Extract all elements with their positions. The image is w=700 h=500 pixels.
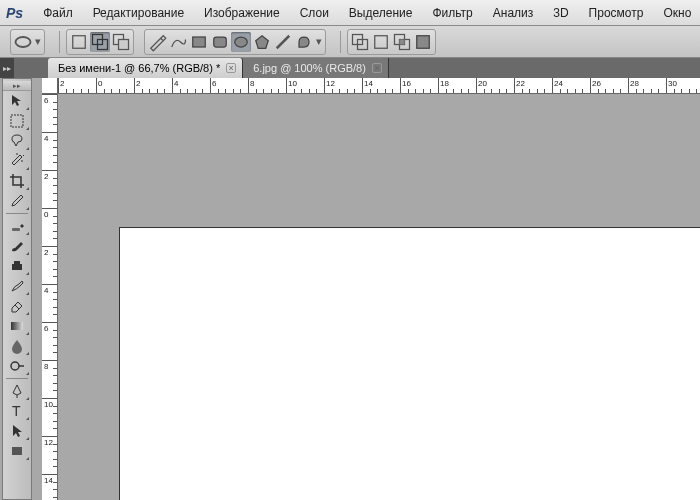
svg-rect-17 <box>417 35 430 48</box>
ruler-vertical[interactable]: 6420246810121416 <box>42 94 58 500</box>
ruler-horizontal[interactable]: 2024681012141618202224262830 <box>42 78 700 94</box>
brush-tool[interactable] <box>4 236 30 256</box>
custom-shape-icon[interactable] <box>294 32 314 52</box>
menu-edit[interactable]: Редактирование <box>83 0 194 25</box>
svg-rect-7 <box>214 37 227 47</box>
marquee-mode-group <box>66 29 134 55</box>
eraser-tool[interactable] <box>4 296 30 316</box>
line-icon[interactable] <box>273 32 293 52</box>
subtract-path-icon[interactable] <box>371 32 391 52</box>
history-brush-tool[interactable] <box>4 276 30 296</box>
freeform-pen-icon[interactable] <box>168 32 188 52</box>
svg-rect-1 <box>73 35 86 48</box>
svg-point-0 <box>16 37 31 47</box>
menu-layers[interactable]: Слои <box>290 0 339 25</box>
tab-label: 6.jpg @ 100% (RGB/8) <box>253 62 366 74</box>
move-tool[interactable] <box>4 91 30 111</box>
tool-preset[interactable]: ▾ <box>10 29 45 55</box>
svg-rect-18 <box>11 115 23 127</box>
workspace: ▸▸ T 2024681012141618202224262830 642024… <box>0 78 700 500</box>
document-canvas[interactable] <box>120 228 700 500</box>
svg-rect-24 <box>12 447 22 455</box>
document-tab[interactable]: 6.jpg @ 100% (RGB/8) × <box>243 58 389 78</box>
chevron-down-icon[interactable]: ▾ <box>315 32 323 52</box>
menu-view[interactable]: Просмотр <box>579 0 654 25</box>
tool-panel: ▸▸ T <box>2 78 32 500</box>
svg-point-21 <box>11 362 19 370</box>
options-bar: ▾ ▾ <box>0 26 700 58</box>
mode-subtract-icon[interactable] <box>111 32 131 52</box>
chevron-down-icon: ▾ <box>34 32 42 52</box>
menu-file[interactable]: Файл <box>33 0 83 25</box>
svg-rect-20 <box>11 322 23 330</box>
exclude-icon[interactable] <box>413 32 433 52</box>
divider <box>6 378 28 379</box>
document-tab-bar: ▸▸ Без имени-1 @ 66,7% (RGB/8) * × 6.jpg… <box>0 58 700 78</box>
healing-brush-tool[interactable] <box>4 216 30 236</box>
document-tab-active[interactable]: Без имени-1 @ 66,7% (RGB/8) * × <box>48 58 243 78</box>
pen-tool[interactable] <box>4 381 30 401</box>
gradient-tool[interactable] <box>4 316 30 336</box>
menu-bar: Ps Файл Редактирование Изображение Слои … <box>0 0 700 26</box>
menu-window[interactable]: Окно <box>653 0 700 25</box>
lasso-tool[interactable] <box>4 131 30 151</box>
menu-filter[interactable]: Фильтр <box>422 0 482 25</box>
svg-line-10 <box>277 35 290 48</box>
eyedropper-tool[interactable] <box>4 191 30 211</box>
separator <box>59 31 60 53</box>
divider <box>6 213 28 214</box>
svg-rect-6 <box>193 37 206 47</box>
ellipse-icon <box>13 32 33 52</box>
app-logo: Ps <box>6 4 23 22</box>
tabbar-handle-icon[interactable]: ▸▸ <box>0 58 14 78</box>
clone-stamp-tool[interactable] <box>4 256 30 276</box>
ruler-origin[interactable] <box>42 78 58 94</box>
svg-rect-5 <box>119 39 129 49</box>
intersect-icon[interactable] <box>392 32 412 52</box>
path-selection-tool[interactable] <box>4 421 30 441</box>
shape-type-group: ▾ <box>144 29 326 55</box>
tab-label: Без имени-1 @ 66,7% (RGB/8) * <box>58 62 220 74</box>
combine-icon[interactable] <box>350 32 370 52</box>
polygon-icon[interactable] <box>252 32 272 52</box>
rounded-rect-icon[interactable] <box>210 32 230 52</box>
menu-analysis[interactable]: Анализ <box>483 0 544 25</box>
type-tool[interactable]: T <box>4 401 30 421</box>
mode-add-icon[interactable] <box>90 32 110 52</box>
close-icon[interactable]: × <box>226 63 236 73</box>
dodge-tool[interactable] <box>4 356 30 376</box>
svg-point-8 <box>235 37 248 47</box>
svg-text:T: T <box>12 403 21 419</box>
mode-new-icon[interactable] <box>69 32 89 52</box>
menu-3d[interactable]: 3D <box>543 0 578 25</box>
close-icon[interactable]: × <box>372 63 382 73</box>
menu-image[interactable]: Изображение <box>194 0 290 25</box>
svg-rect-13 <box>375 35 388 48</box>
magic-wand-tool[interactable] <box>4 151 30 171</box>
path-ops-group <box>347 29 436 55</box>
ellipse-shape-icon[interactable] <box>231 32 251 52</box>
svg-rect-16 <box>400 39 405 44</box>
rectangle-tool[interactable] <box>4 441 30 461</box>
svg-rect-19 <box>12 228 20 231</box>
blur-tool[interactable] <box>4 336 30 356</box>
svg-marker-9 <box>256 35 269 48</box>
panel-collapse-icon[interactable]: ▸▸ <box>3 81 31 91</box>
marquee-tool[interactable] <box>4 111 30 131</box>
menu-select[interactable]: Выделение <box>339 0 423 25</box>
separator <box>340 31 341 53</box>
rect-icon[interactable] <box>189 32 209 52</box>
pen-icon[interactable] <box>147 32 167 52</box>
crop-tool[interactable] <box>4 171 30 191</box>
